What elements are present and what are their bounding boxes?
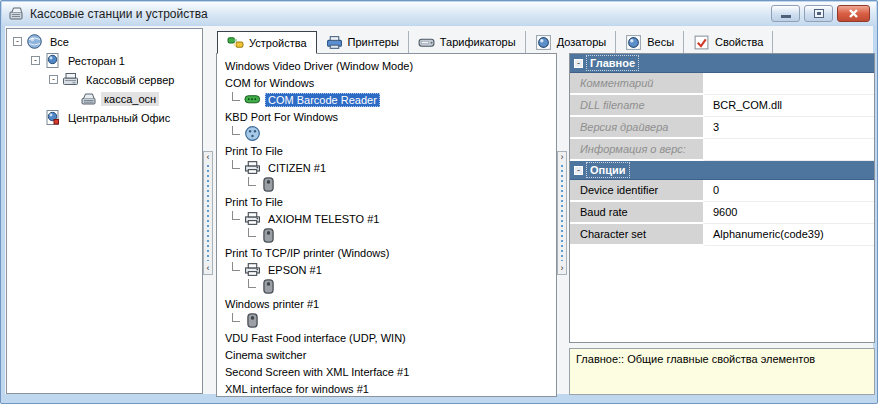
property-value[interactable]: 9600 xyxy=(703,202,874,224)
property-row: Комментарий xyxy=(570,73,874,95)
section-header[interactable]: -Опции xyxy=(570,161,874,180)
property-value[interactable]: Alphanumeric(code39) xyxy=(703,224,874,246)
tab-label: Весы xyxy=(647,36,674,48)
drawer-icon xyxy=(260,227,277,244)
property-value[interactable]: BCR_COM.dll xyxy=(703,95,874,117)
section-title: Опции xyxy=(588,164,628,176)
tab-label: Принтеры xyxy=(348,36,399,48)
list-item[interactable] xyxy=(248,227,556,244)
property-label: Character set xyxy=(570,224,703,246)
device-label: Windows printer #1 xyxy=(222,297,322,311)
tab-принтеры[interactable]: Принтеры xyxy=(317,31,409,53)
cash-icon xyxy=(80,90,97,107)
collapse-right-icon: › xyxy=(561,153,564,162)
property-label: Комментарий xyxy=(570,73,703,95)
device-label: Cinema switcher xyxy=(222,348,309,362)
property-value[interactable] xyxy=(703,139,874,161)
collapse-left-icon: ‹ xyxy=(207,264,210,273)
section-header[interactable]: -Главное xyxy=(570,54,874,73)
app-window: Кассовые станции и устройства -Все-Ресто… xyxy=(0,0,878,404)
list-item[interactable]: VDU Fast Food interface (UDP, WIN) xyxy=(222,329,556,346)
list-item[interactable] xyxy=(232,312,556,329)
site-red-icon xyxy=(44,109,61,126)
window-title: Кассовые станции и устройства xyxy=(30,7,208,21)
list-item[interactable] xyxy=(232,125,556,142)
tree-expander[interactable]: - xyxy=(49,75,58,84)
close-icon xyxy=(848,8,859,19)
tree-expander[interactable]: - xyxy=(13,37,22,46)
tree-line xyxy=(232,92,240,101)
list-item[interactable]: Cinema switcher xyxy=(222,346,556,363)
tree-item-label: Центральный Офис xyxy=(65,111,173,125)
list-item[interactable]: XML interface for windows #1 xyxy=(222,380,556,397)
device-label: EPSON #1 xyxy=(265,263,325,277)
list-item[interactable]: COM Barcode Reader xyxy=(232,91,556,108)
property-value[interactable] xyxy=(703,73,874,95)
property-label: Версия драйвера xyxy=(570,117,703,139)
tab-весы[interactable]: Весы xyxy=(616,31,684,53)
drawer-icon xyxy=(260,278,277,295)
list-item[interactable] xyxy=(248,278,556,295)
property-row: Версия драйвера3 xyxy=(570,117,874,139)
tree-item[interactable]: -Ресторан 1 xyxy=(7,51,202,70)
list-item[interactable]: Second Screen with XML Interface #1 xyxy=(222,363,556,380)
list-item[interactable]: Windows printer #1 xyxy=(222,295,556,312)
station-tree-panel: -Все-Ресторан 1-Кассовый серверкасса_осн… xyxy=(6,28,203,394)
collapse-icon[interactable]: - xyxy=(574,59,583,68)
tree-item[interactable]: касса_осн xyxy=(7,89,202,108)
close-button[interactable] xyxy=(837,5,870,22)
tree-item[interactable]: -Кассовый сервер xyxy=(7,70,202,89)
collapse-right-icon: › xyxy=(561,264,564,273)
tree-line xyxy=(232,126,240,135)
property-row: Device identifier0 xyxy=(570,180,874,202)
globe-icon xyxy=(26,33,43,50)
property-row: Информация о верс: xyxy=(570,139,874,161)
list-item[interactable]: Print To File xyxy=(222,193,556,210)
tree-item[interactable]: -Все xyxy=(7,32,202,51)
tree-item-label: Все xyxy=(47,35,72,49)
tab-устройства[interactable]: Устройства xyxy=(217,31,317,54)
property-label: Baud rate xyxy=(570,202,703,224)
collapse-icon[interactable]: - xyxy=(574,166,583,175)
property-label: DLL filename xyxy=(570,95,703,117)
minimize-button[interactable] xyxy=(771,5,800,22)
drawer-icon xyxy=(260,176,277,193)
list-item[interactable]: Windows Video Driver (Window Mode) xyxy=(222,57,556,74)
device-label: Second Screen with XML Interface #1 xyxy=(222,365,412,379)
list-item[interactable]: Print To TCP/IP printer (Windows) xyxy=(222,244,556,261)
tab-тарификаторы[interactable]: Тарификаторы xyxy=(409,31,526,53)
tab-label: Устройства xyxy=(249,37,307,49)
maximize-icon xyxy=(814,9,824,18)
server-icon xyxy=(62,71,79,88)
device-label: Print To File xyxy=(222,195,286,209)
list-item[interactable]: KBD Port For Windows xyxy=(222,108,556,125)
tab-свойства[interactable]: Свойства xyxy=(684,31,773,53)
device-label: COM for Windows xyxy=(222,76,317,90)
left-splitter[interactable]: ‹ ‹ xyxy=(203,151,213,275)
list-item[interactable]: CITIZEN #1 xyxy=(232,159,556,176)
printer-icon xyxy=(244,210,261,227)
list-item[interactable]: Print To File xyxy=(222,142,556,159)
tree-item-label: касса_осн xyxy=(101,92,159,106)
tree-item-label: Ресторан 1 xyxy=(65,54,128,68)
check-icon xyxy=(693,34,710,51)
property-grid: -ГлавноеКомментарийDLL filenameBCR_COM.d… xyxy=(569,53,875,343)
property-value[interactable]: 0 xyxy=(703,180,874,202)
maximize-button[interactable] xyxy=(804,5,833,22)
property-value[interactable]: 3 xyxy=(703,117,874,139)
device-label: Windows Video Driver (Window Mode) xyxy=(222,59,416,73)
property-label: Информация о верс: xyxy=(570,139,703,161)
ball-icon xyxy=(244,125,261,142)
tree-expander[interactable]: - xyxy=(31,56,40,65)
list-item[interactable]: AXIOHM TELESTO #1 xyxy=(232,210,556,227)
tree-line xyxy=(232,211,240,220)
right-splitter[interactable]: › › xyxy=(557,151,567,275)
tab-дозаторы[interactable]: Дозаторы xyxy=(526,31,617,53)
tree-item[interactable]: Центральный Офис xyxy=(7,108,202,127)
property-label: Device identifier xyxy=(570,180,703,202)
plug-icon xyxy=(227,34,244,51)
list-item[interactable]: EPSON #1 xyxy=(232,261,556,278)
list-item[interactable]: COM for Windows xyxy=(222,74,556,91)
tab-printer-icon xyxy=(326,34,343,51)
list-item[interactable] xyxy=(248,176,556,193)
